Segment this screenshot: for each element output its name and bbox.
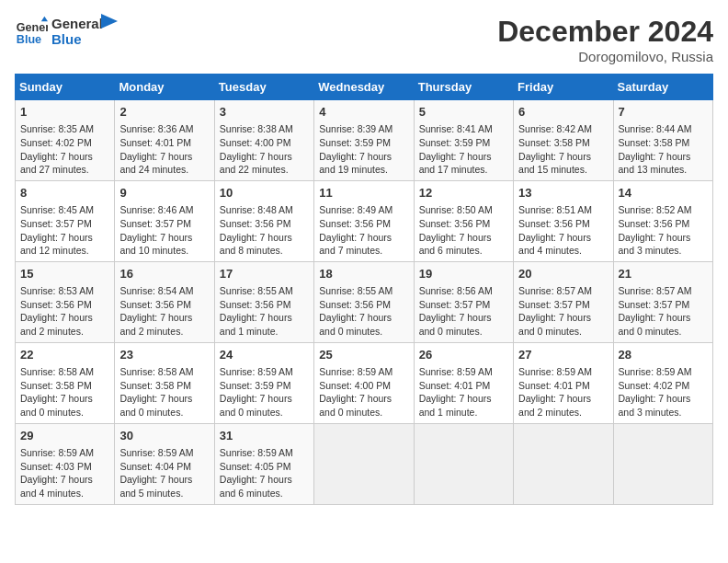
- logo-blue: Blue: [51, 31, 103, 47]
- calendar-cell: 18Sunrise: 8:55 AM Sunset: 3:56 PM Dayli…: [314, 261, 414, 342]
- svg-text:Blue: Blue: [17, 33, 41, 46]
- day-detail: Sunrise: 8:57 AM Sunset: 3:57 PM Dayligh…: [619, 284, 708, 339]
- day-number: 19: [419, 266, 508, 282]
- week-row-5: 29Sunrise: 8:59 AM Sunset: 4:03 PM Dayli…: [16, 423, 713, 504]
- day-detail: Sunrise: 8:59 AM Sunset: 4:02 PM Dayligh…: [619, 365, 708, 419]
- day-detail: Sunrise: 8:42 AM Sunset: 3:58 PM Dayligh…: [518, 122, 608, 177]
- calendar-cell: 15Sunrise: 8:53 AM Sunset: 3:56 PM Dayli…: [16, 261, 115, 342]
- calendar-cell: 25Sunrise: 8:59 AM Sunset: 4:00 PM Dayli…: [314, 342, 414, 423]
- calendar-cell: 27Sunrise: 8:59 AM Sunset: 4:01 PM Dayli…: [514, 342, 613, 423]
- header-friday: Friday: [514, 75, 613, 100]
- day-detail: Sunrise: 8:59 AM Sunset: 4:05 PM Dayligh…: [220, 446, 309, 500]
- logo-flag-icon: [101, 14, 119, 40]
- location: Dorogomilovo, Russia: [497, 49, 713, 64]
- calendar-cell: 3Sunrise: 8:38 AM Sunset: 4:00 PM Daylig…: [214, 100, 313, 181]
- calendar-cell: 14Sunrise: 8:52 AM Sunset: 3:56 PM Dayli…: [613, 180, 712, 261]
- title-block: December 2024 Dorogomilovo, Russia: [497, 15, 713, 64]
- calendar-cell: 6Sunrise: 8:42 AM Sunset: 3:58 PM Daylig…: [514, 100, 613, 181]
- day-number: 11: [319, 185, 408, 201]
- day-detail: Sunrise: 8:57 AM Sunset: 3:57 PM Dayligh…: [518, 284, 608, 339]
- calendar-cell: 13Sunrise: 8:51 AM Sunset: 3:56 PM Dayli…: [514, 180, 613, 261]
- calendar-cell: 16Sunrise: 8:54 AM Sunset: 3:56 PM Dayli…: [115, 261, 214, 342]
- day-number: 15: [20, 266, 109, 282]
- day-number: 18: [319, 266, 408, 282]
- week-row-4: 22Sunrise: 8:58 AM Sunset: 3:58 PM Dayli…: [16, 342, 713, 423]
- day-number: 28: [619, 347, 708, 363]
- day-detail: Sunrise: 8:49 AM Sunset: 3:56 PM Dayligh…: [319, 203, 408, 258]
- calendar-cell: 22Sunrise: 8:58 AM Sunset: 3:58 PM Dayli…: [16, 342, 115, 423]
- calendar-cell: 23Sunrise: 8:58 AM Sunset: 3:58 PM Dayli…: [115, 342, 214, 423]
- calendar-cell: 8Sunrise: 8:45 AM Sunset: 3:57 PM Daylig…: [16, 180, 115, 261]
- day-detail: Sunrise: 8:59 AM Sunset: 4:03 PM Dayligh…: [20, 446, 109, 500]
- day-number: 25: [319, 347, 408, 363]
- calendar-cell: [314, 423, 414, 504]
- calendar-cell: 17Sunrise: 8:55 AM Sunset: 3:56 PM Dayli…: [214, 261, 313, 342]
- day-detail: Sunrise: 8:59 AM Sunset: 4:01 PM Dayligh…: [419, 365, 508, 419]
- day-number: 9: [119, 185, 209, 201]
- day-number: 23: [119, 347, 209, 363]
- calendar-cell: [414, 423, 513, 504]
- calendar-header-row: SundayMondayTuesdayWednesdayThursdayFrid…: [16, 75, 713, 100]
- day-number: 3: [220, 104, 309, 121]
- day-detail: Sunrise: 8:39 AM Sunset: 3:59 PM Dayligh…: [319, 122, 408, 177]
- calendar-cell: 19Sunrise: 8:56 AM Sunset: 3:57 PM Dayli…: [414, 261, 513, 342]
- header-tuesday: Tuesday: [214, 75, 313, 100]
- calendar-cell: 4Sunrise: 8:39 AM Sunset: 3:59 PM Daylig…: [314, 100, 414, 181]
- calendar-cell: 2Sunrise: 8:36 AM Sunset: 4:01 PM Daylig…: [115, 100, 214, 181]
- day-number: 31: [220, 428, 309, 444]
- calendar-cell: 12Sunrise: 8:50 AM Sunset: 3:56 PM Dayli…: [414, 180, 513, 261]
- day-detail: Sunrise: 8:41 AM Sunset: 3:59 PM Dayligh…: [419, 122, 508, 177]
- calendar-cell: 30Sunrise: 8:59 AM Sunset: 4:04 PM Dayli…: [115, 423, 214, 504]
- calendar-table: SundayMondayTuesdayWednesdayThursdayFrid…: [15, 74, 713, 505]
- day-detail: Sunrise: 8:59 AM Sunset: 4:04 PM Dayligh…: [119, 446, 209, 500]
- day-number: 17: [220, 266, 309, 282]
- calendar-cell: 28Sunrise: 8:59 AM Sunset: 4:02 PM Dayli…: [613, 342, 712, 423]
- calendar-cell: 5Sunrise: 8:41 AM Sunset: 3:59 PM Daylig…: [414, 100, 513, 181]
- day-detail: Sunrise: 8:59 AM Sunset: 3:59 PM Dayligh…: [220, 365, 309, 419]
- day-detail: Sunrise: 8:55 AM Sunset: 3:56 PM Dayligh…: [319, 284, 408, 339]
- month-title: December 2024: [497, 15, 713, 49]
- day-number: 16: [119, 266, 209, 282]
- calendar-cell: 1Sunrise: 8:35 AM Sunset: 4:02 PM Daylig…: [16, 100, 115, 181]
- day-detail: Sunrise: 8:54 AM Sunset: 3:56 PM Dayligh…: [119, 284, 209, 339]
- calendar-cell: 20Sunrise: 8:57 AM Sunset: 3:57 PM Dayli…: [514, 261, 613, 342]
- day-detail: Sunrise: 8:56 AM Sunset: 3:57 PM Dayligh…: [419, 284, 508, 339]
- page-header: General Blue General Blue December 2024 …: [15, 15, 713, 64]
- calendar-cell: 31Sunrise: 8:59 AM Sunset: 4:05 PM Dayli…: [214, 423, 313, 504]
- svg-marker-2: [41, 17, 48, 21]
- day-number: 4: [319, 104, 408, 121]
- day-detail: Sunrise: 8:59 AM Sunset: 4:00 PM Dayligh…: [319, 365, 408, 419]
- day-detail: Sunrise: 8:48 AM Sunset: 3:56 PM Dayligh…: [220, 203, 309, 258]
- day-number: 2: [119, 104, 209, 121]
- day-number: 20: [518, 266, 608, 282]
- day-number: 26: [419, 347, 508, 363]
- header-wednesday: Wednesday: [314, 75, 414, 100]
- day-number: 7: [619, 104, 708, 121]
- day-detail: Sunrise: 8:52 AM Sunset: 3:56 PM Dayligh…: [619, 203, 708, 258]
- logo-general: General: [51, 16, 103, 31]
- day-number: 14: [619, 185, 708, 201]
- header-monday: Monday: [115, 75, 214, 100]
- header-thursday: Thursday: [414, 75, 513, 100]
- day-detail: Sunrise: 8:44 AM Sunset: 3:58 PM Dayligh…: [619, 122, 708, 177]
- day-detail: Sunrise: 8:59 AM Sunset: 4:01 PM Dayligh…: [518, 365, 608, 419]
- day-detail: Sunrise: 8:58 AM Sunset: 3:58 PM Dayligh…: [20, 365, 109, 419]
- week-row-2: 8Sunrise: 8:45 AM Sunset: 3:57 PM Daylig…: [16, 180, 713, 261]
- day-detail: Sunrise: 8:58 AM Sunset: 3:58 PM Dayligh…: [119, 365, 209, 419]
- calendar-cell: 9Sunrise: 8:46 AM Sunset: 3:57 PM Daylig…: [115, 180, 214, 261]
- day-detail: Sunrise: 8:51 AM Sunset: 3:56 PM Dayligh…: [518, 203, 608, 258]
- day-number: 13: [518, 185, 608, 201]
- day-number: 22: [20, 347, 109, 363]
- header-sunday: Sunday: [16, 75, 115, 100]
- day-detail: Sunrise: 8:46 AM Sunset: 3:57 PM Dayligh…: [119, 203, 209, 258]
- day-detail: Sunrise: 8:38 AM Sunset: 4:00 PM Dayligh…: [220, 122, 309, 177]
- day-number: 8: [20, 185, 109, 201]
- day-number: 12: [419, 185, 508, 201]
- calendar-cell: [613, 423, 712, 504]
- calendar-cell: 26Sunrise: 8:59 AM Sunset: 4:01 PM Dayli…: [414, 342, 513, 423]
- calendar-cell: 24Sunrise: 8:59 AM Sunset: 3:59 PM Dayli…: [214, 342, 313, 423]
- day-number: 24: [220, 347, 309, 363]
- calendar-cell: 10Sunrise: 8:48 AM Sunset: 3:56 PM Dayli…: [214, 180, 313, 261]
- header-saturday: Saturday: [613, 75, 712, 100]
- day-detail: Sunrise: 8:45 AM Sunset: 3:57 PM Dayligh…: [20, 203, 109, 258]
